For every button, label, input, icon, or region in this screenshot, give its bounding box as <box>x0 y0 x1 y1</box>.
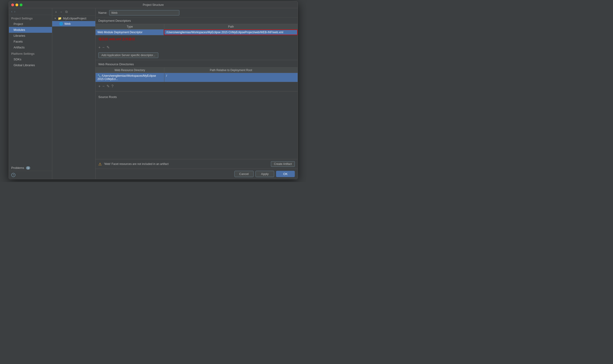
sidebar-nav: ‹ › <box>9 8 52 15</box>
traffic-lights <box>11 3 23 6</box>
nav-forward[interactable]: › <box>14 10 15 13</box>
deployment-table-row[interactable]: Web Module Deployment Descriptor /Users/… <box>95 29 298 35</box>
tree-project-label: MyEclipseProject <box>63 17 86 20</box>
problems-section[interactable]: Problems 1 <box>9 165 52 171</box>
title-bar: Project Structure <box>9 2 298 8</box>
problems-label: Problems <box>11 166 24 169</box>
annotation-text: 项目的 web.xml 文件路径 <box>95 35 298 43</box>
wrd-table-row[interactable]: 🔧 /Users/wengliemiao/Workspaces/MyEclips… <box>95 73 298 82</box>
wrd-add-button[interactable]: + <box>98 84 100 89</box>
problems-badge: 1 <box>26 166 30 169</box>
wrd-path-cell: 🔧 /Users/wengliemiao/Workspaces/MyEclips… <box>95 73 164 82</box>
path-cell: /Users/wengliemiao/Workspaces/MyEclipse … <box>164 29 298 35</box>
path-column-header: Path <box>164 24 298 29</box>
name-label: Name: <box>98 11 107 14</box>
wrd-col-header: Web Resource Directory <box>95 68 164 73</box>
wrd-edit-button[interactable]: ✎ <box>107 84 109 89</box>
name-row: Name: <box>95 8 298 18</box>
project-structure-window: Project Structure ‹ › Project Settings P… <box>9 1 298 179</box>
deploy-add-button[interactable]: + <box>98 45 100 50</box>
deploy-edit-button[interactable]: ✎ <box>107 45 109 50</box>
tree-module-icon: 🌐 <box>59 22 63 26</box>
wrd-icon: 🔧 <box>97 74 102 78</box>
source-roots-section: Source Roots <box>95 92 298 102</box>
sidebar-item-project[interactable]: Project <box>9 21 52 27</box>
tree-toolbar: + − ⧉ <box>52 8 95 16</box>
sidebar-item-libraries[interactable]: Libraries <box>9 33 52 39</box>
platform-settings-header: Platform Settings <box>9 50 52 56</box>
tree-add-button[interactable]: + <box>54 10 58 14</box>
wrd-rel-path-cell: / <box>164 73 298 82</box>
window-title: Project Structure <box>143 3 164 7</box>
wrd-table: Web Resource Directory Path Relative to … <box>95 67 298 82</box>
sidebar-item-sdks[interactable]: SDKs <box>9 56 52 62</box>
name-input[interactable] <box>109 10 179 15</box>
sidebar-bottom: ? <box>9 171 52 179</box>
ok-button[interactable]: OK <box>276 171 295 177</box>
sidebar-item-modules[interactable]: Modules <box>9 27 52 33</box>
sidebar-item-facets[interactable]: Facets <box>9 39 52 44</box>
add-server-button[interactable]: Add Application Server specific descript… <box>98 52 158 58</box>
type-column-header: Type <box>95 24 164 29</box>
scroll-area: Deployment Descriptors Type Path Web Mod… <box>95 18 298 159</box>
type-cell: Web Module Deployment Descriptor <box>95 29 164 35</box>
sidebar-item-artifacts[interactable]: Artifacts <box>9 44 52 50</box>
deployment-descriptors-header: Deployment Descriptors <box>95 18 298 24</box>
help-icon[interactable]: ? <box>11 173 15 177</box>
close-button[interactable] <box>11 3 14 6</box>
wrd-help-button[interactable]: ? <box>111 84 114 89</box>
apply-button[interactable]: Apply <box>256 171 274 177</box>
warning-icon: ⚠ <box>98 162 102 166</box>
wrd-table-header: Web Resource Directory Path Relative to … <box>95 67 298 73</box>
warning-text: 'Web' Facet resources are not included i… <box>104 162 269 166</box>
source-roots-header: Source Roots <box>98 94 295 100</box>
minimize-button[interactable] <box>15 3 18 6</box>
cancel-button[interactable]: Cancel <box>234 171 254 177</box>
deploy-remove-button[interactable]: − <box>102 45 104 50</box>
main-content: ‹ › Project Settings Project Modules Lib… <box>9 8 298 179</box>
wrd-toolbar: + − ✎ ? <box>95 82 298 90</box>
dialog-buttons: Cancel Apply OK <box>95 169 298 179</box>
path-rel-col-header: Path Relative to Deployment Root <box>164 68 298 73</box>
add-server-row: Add Application Server specific descript… <box>95 52 298 59</box>
sidebar: ‹ › Project Settings Project Modules Lib… <box>9 8 52 179</box>
sidebar-item-global-libraries[interactable]: Global Libraries <box>9 62 52 68</box>
main-panel: Name: Deployment Descriptors Type Path W… <box>95 8 298 179</box>
maximize-button[interactable] <box>20 3 23 6</box>
tree-panel: + − ⧉ ▼ 📁 MyEclipseProject 🌐 Web <box>52 8 95 179</box>
tree-copy-button[interactable]: ⧉ <box>64 9 68 14</box>
divider-2 <box>95 91 298 91</box>
tree-project-icon: 📁 <box>58 17 62 20</box>
wrd-remove-button[interactable]: − <box>102 84 104 89</box>
web-resource-header: Web Resource Directories <box>95 61 298 67</box>
nav-back[interactable]: ‹ <box>11 10 13 13</box>
deployment-descriptors-table: Type Path Web Module Deployment Descript… <box>95 24 298 35</box>
create-artifact-button[interactable]: Create Artifact <box>271 161 295 167</box>
tree-arrow-icon: ▼ <box>54 17 56 20</box>
warning-bar: ⚠ 'Web' Facet resources are not included… <box>95 159 298 169</box>
divider-1 <box>95 60 298 60</box>
tree-remove-button[interactable]: − <box>59 10 63 14</box>
project-settings-header: Project Settings <box>9 15 52 21</box>
deployment-table-header: Type Path <box>95 24 298 29</box>
tree-project-item[interactable]: ▼ 📁 MyEclipseProject <box>52 16 95 21</box>
deployment-toolbar: + − ✎ <box>95 43 298 52</box>
tree-module-label: Web <box>64 22 71 26</box>
tree-module-item[interactable]: 🌐 Web <box>52 21 95 26</box>
